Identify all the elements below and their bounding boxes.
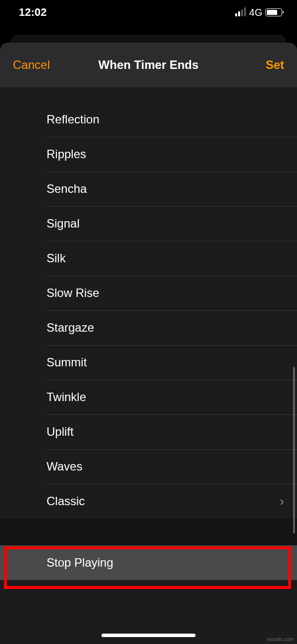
sound-row-sencha[interactable]: Sencha (0, 172, 297, 206)
cellular-signal-icon (235, 8, 246, 16)
sound-row-waves[interactable]: Waves (0, 449, 297, 484)
sound-label: Uplift (47, 425, 74, 439)
sound-row-reflection[interactable]: Reflection (0, 102, 297, 137)
sound-row-stargaze[interactable]: Stargaze (0, 310, 297, 345)
scrollbar[interactable] (293, 367, 295, 533)
sound-row-summit[interactable]: Summit (0, 345, 297, 380)
sound-list[interactable]: Radiate Reflection Ripples Sencha Signal… (0, 87, 297, 644)
nav-bar: Cancel When Timer Ends Set (0, 43, 297, 87)
chevron-right-icon: › (280, 494, 284, 509)
watermark: wsxdn.com (267, 636, 294, 642)
sound-row-silk[interactable]: Silk (0, 241, 297, 276)
status-time: 12:02 (19, 6, 47, 19)
sound-row-uplift[interactable]: Uplift (0, 414, 297, 449)
modal-sheet: Cancel When Timer Ends Set Radiate Refle… (0, 43, 297, 644)
sound-label: Classic (47, 494, 85, 508)
sound-row-twinkle[interactable]: Twinkle (0, 380, 297, 414)
status-right: 4G (235, 7, 282, 18)
sound-label: Waves (47, 460, 82, 473)
sound-label: Stargaze (47, 321, 94, 335)
sound-row-radiate[interactable]: Radiate (0, 87, 297, 102)
stop-playing-row[interactable]: Stop Playing (0, 545, 297, 580)
sound-row-classic[interactable]: Classic › (0, 484, 297, 519)
section-separator (0, 519, 297, 545)
sound-label: Summit (47, 355, 87, 369)
status-bar: 12:02 4G (0, 0, 297, 25)
sound-label: Sencha (47, 182, 87, 196)
home-indicator[interactable] (101, 634, 196, 637)
stop-playing-label: Stop Playing (47, 556, 113, 570)
sound-label: Slow Rise (47, 286, 99, 300)
cancel-button[interactable]: Cancel (13, 58, 50, 72)
network-label: 4G (249, 7, 262, 18)
sound-label: Silk (47, 251, 66, 265)
set-button[interactable]: Set (266, 58, 284, 72)
sound-label: Signal (47, 217, 80, 231)
sound-label: Twinkle (47, 390, 86, 404)
sound-row-signal[interactable]: Signal (0, 206, 297, 241)
sound-label: Ripples (47, 147, 86, 161)
sound-label: Reflection (47, 113, 99, 126)
sound-row-slow-rise[interactable]: Slow Rise (0, 276, 297, 310)
battery-icon (265, 8, 282, 16)
sound-row-ripples[interactable]: Ripples (0, 137, 297, 172)
